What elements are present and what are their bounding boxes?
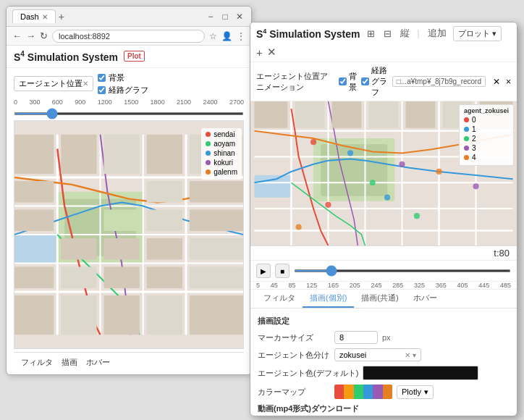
plot-badge[interactable]: Plot [124, 51, 145, 62]
legend-title-front: agent_zokusei [464, 107, 509, 114]
plot-dropdown-btn[interactable]: プロット ▾ [453, 26, 502, 41]
map-legend-front: agent_zokusei 0 1 2 3 4 [459, 104, 514, 166]
download-section-title: 動画(mp4形式)ダウンロード [258, 403, 510, 414]
legend-label-4: 4 [472, 154, 476, 161]
minimize-btn-back[interactable]: − [205, 11, 216, 22]
anim-close-btn[interactable]: ✕ [493, 77, 500, 87]
svg-rect-27 [103, 238, 139, 260]
agent-default-color-row: エージェント色(デフォルト) [258, 366, 510, 380]
settings-section-title: 描画設定 [258, 316, 510, 327]
url-box-back[interactable]: localhost:8892 [52, 30, 205, 43]
legend-label-2: 2 [472, 135, 476, 143]
btab-draw[interactable]: 描画 [62, 356, 77, 369]
svg-rect-14 [61, 134, 96, 173]
svg-rect-20 [190, 181, 243, 203]
add-panel-btn[interactable]: + [256, 46, 263, 59]
route-checkbox-label[interactable]: 経路グラフ [361, 65, 387, 98]
play-button[interactable]: ▶ [256, 264, 271, 278]
cm-seg-1 [344, 385, 353, 399]
svg-rect-32 [103, 266, 139, 288]
legend-dot-galenm [206, 169, 211, 175]
route-checkbox-front[interactable] [361, 77, 369, 85]
add-icon[interactable]: 追加 [426, 25, 449, 41]
anim-header: エージェント位置アニメーション 背景 経路グラフ □...a¥tmp¥_8j7b… [250, 62, 517, 101]
close-btn-back[interactable]: ✕ [234, 11, 245, 22]
svg-rect-18 [14, 181, 54, 203]
back-nav-btn[interactable]: ← [12, 30, 22, 41]
anim-title: エージェント位置アニメーション [256, 71, 329, 93]
agent-color-value: zokusei [339, 350, 366, 359]
svg-rect-22 [147, 209, 182, 231]
agent-color-clear[interactable]: ✕ ▾ [405, 351, 416, 359]
bookmark-icon: ☆ [209, 31, 217, 41]
close-panel-btn[interactable]: ✕ [267, 46, 276, 59]
legend-label-sendai: sendai [214, 130, 234, 138]
svg-point-58 [370, 180, 376, 185]
ftab-filter[interactable]: フィルタ [256, 290, 303, 308]
checkbox-route-graph[interactable]: 経路グラフ [98, 85, 148, 96]
bg-checkbox-front[interactable] [339, 77, 347, 85]
maximize-btn-back[interactable]: □ [219, 11, 231, 22]
home-icon[interactable]: ⊞ [365, 27, 377, 41]
toolbar-sep: | [418, 28, 420, 38]
forward-nav-btn[interactable]: → [26, 30, 35, 41]
legend-dot-2 [464, 136, 469, 141]
svg-rect-66 [295, 101, 325, 128]
map-legend-back: sendai aoyam shinan kokuri galenm [201, 128, 242, 180]
ftab-hover[interactable]: ホバー [406, 290, 444, 308]
ftab-draw-individual[interactable]: 描画(個別) [303, 290, 354, 308]
agent-color-row: エージェント色分け zokusei ✕ ▾ [258, 348, 510, 361]
cm-seg-3 [363, 385, 373, 399]
grid-icon[interactable]: ⊟ [381, 27, 394, 41]
cm-seg-2 [354, 385, 363, 399]
browser-window-back: Dash ✕ + − □ ✕ ← → ↻ localhost:8892 ☆ 👤 … [6, 6, 252, 375]
svg-rect-28 [147, 238, 182, 260]
new-tab-btn-back[interactable]: + [59, 11, 64, 22]
tab-close-back[interactable]: ✕ [42, 13, 48, 21]
slider-labels-back: 0 300 600 900 1200 1500 1800 2100 2400 2… [14, 98, 244, 106]
timeline-labels: 5 45 85 125 165 205 245 285 325 365 405 … [250, 282, 517, 290]
ftab-draw-common[interactable]: 描画(共通) [354, 290, 405, 308]
svg-rect-35 [14, 295, 54, 335]
btab-hover[interactable]: ホバー [86, 356, 110, 369]
legend-label-1: 1 [472, 125, 476, 133]
svg-point-64 [296, 224, 302, 230]
background-checkbox[interactable] [98, 74, 106, 82]
playback-slider[interactable] [294, 269, 511, 272]
route-graph-checkbox[interactable] [98, 86, 106, 94]
win-controls-back: − □ ✕ [205, 11, 245, 22]
refresh-nav-btn[interactable]: ↻ [40, 30, 48, 41]
svg-point-63 [414, 213, 420, 219]
filter-row-back: エージェント位置 ✕ 背景 経路グラフ [14, 72, 244, 96]
time-display: t:80 [250, 246, 517, 261]
marker-size-input[interactable] [334, 331, 378, 344]
agent-default-color-swatch[interactable] [363, 366, 478, 380]
svg-rect-65 [254, 101, 287, 128]
bg-checkbox-label[interactable]: 背景 [339, 71, 357, 93]
timeline-slider-back[interactable] [14, 112, 244, 115]
svg-rect-36 [61, 295, 96, 335]
legend-label-aoyam: aoyam [214, 140, 235, 148]
app-title-back: S4 S⁴ Simulation System Simulation Syste… [14, 50, 118, 63]
agent-position-select[interactable]: エージェント位置 ✕ [14, 76, 93, 91]
filter-tabs-front: フィルタ 描画(個別) 描画(共通) ホバー [250, 290, 517, 308]
anim-pin-btn[interactable]: × [506, 77, 511, 87]
legend-dot-3 [464, 146, 469, 151]
legend-item-2: 2 [464, 135, 509, 143]
background-label: 背景 [109, 72, 124, 83]
checkbox-background[interactable]: 背景 [98, 72, 148, 83]
svg-rect-43 [254, 175, 291, 198]
tab-dash[interactable]: Dash ✕ [12, 9, 56, 23]
agent-color-select[interactable]: zokusei ✕ ▾ [334, 348, 421, 361]
menu-icon: ⋮ [237, 31, 245, 41]
colormap-dropdown-icon: ▾ [424, 387, 428, 397]
stop-button[interactable]: ■ [275, 264, 290, 278]
colormap-select[interactable]: Plotly ▾ [397, 385, 434, 399]
marker-size-label: マーカーサイズ [258, 332, 330, 343]
address-bar-back: ← → ↻ localhost:8892 ☆ 👤 ⋮ [7, 27, 251, 46]
svg-rect-31 [61, 266, 96, 288]
btab-filter[interactable]: フィルタ [21, 356, 53, 369]
select-close-icon[interactable]: ✕ [83, 80, 88, 88]
cm-seg-0 [334, 385, 344, 399]
vertical-icon[interactable]: 縦 [398, 25, 412, 41]
